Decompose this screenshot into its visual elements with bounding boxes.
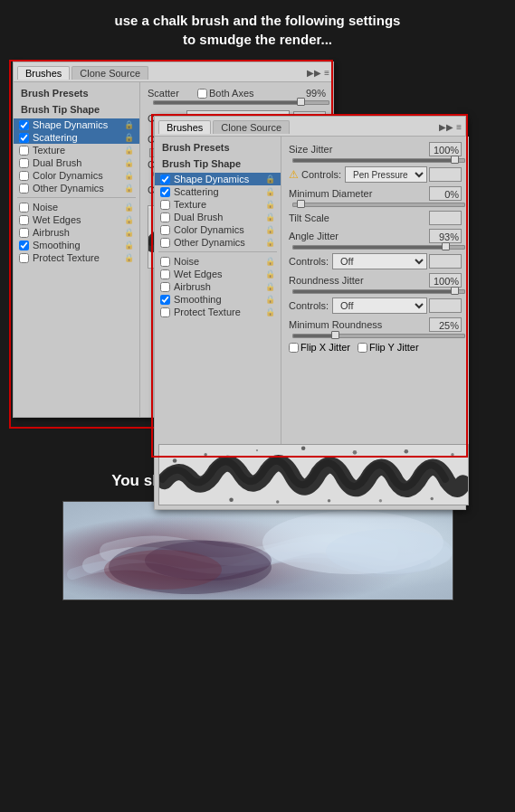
min-diameter-label: Minimum Diameter <box>289 188 372 199</box>
back-sidebar-texture[interactable]: Texture 🔒 <box>14 144 139 156</box>
flip-x-checkbox[interactable] <box>289 343 299 353</box>
svg-point-29 <box>104 550 222 590</box>
back-check-shape[interactable] <box>19 120 29 130</box>
back-sidebar-wet-edges[interactable]: Wet Edges 🔒 <box>14 213 139 226</box>
back-sidebar-other-dynamics[interactable]: Other Dynamics 🔒 <box>14 182 139 194</box>
back-brush-tip-title: Brush Tip Shape <box>14 102 139 117</box>
back-check-texture[interactable] <box>19 146 29 156</box>
back-check-other[interactable] <box>19 184 29 194</box>
angle-jitter-label: Angle Jitter <box>289 231 339 241</box>
svg-point-20 <box>405 449 409 454</box>
flip-x-label: Flip X Jitter <box>300 342 350 353</box>
svg-point-18 <box>353 450 358 455</box>
back-check-scattering[interactable] <box>19 133 29 143</box>
svg-point-15 <box>276 500 279 503</box>
both-axes-checkbox[interactable] <box>197 89 207 99</box>
svg-point-21 <box>431 497 434 500</box>
front-sidebar-noise[interactable]: Noise 🔒 <box>155 255 281 268</box>
front-sidebar-protect-texture[interactable]: Protect Texture 🔒 <box>155 306 281 318</box>
min-diameter-value: 0% <box>444 189 459 200</box>
back-check-protect[interactable] <box>19 253 29 263</box>
front-brush-preview <box>158 444 469 505</box>
scatter-label: Scatter <box>148 88 197 99</box>
front-panel-tab-bar: Brushes Clone Source ▶▶ ≡ <box>155 117 465 137</box>
back-check-smoothing[interactable] <box>19 241 29 250</box>
angle-jitter-value: 93% <box>439 231 459 242</box>
svg-point-14 <box>256 449 258 451</box>
svg-point-13 <box>229 498 234 503</box>
front-tab-clone-source[interactable]: Clone Source <box>213 120 290 134</box>
svg-point-12 <box>204 453 206 456</box>
front-control3-select[interactable]: Off <box>332 297 427 314</box>
svg-point-16 <box>301 447 306 451</box>
front-check-scattering[interactable] <box>160 187 170 197</box>
front-check-other[interactable] <box>160 238 170 248</box>
back-check-airbrush[interactable] <box>19 228 29 238</box>
back-panel-sidebar: Brush Presets Brush Tip Shape Shape Dyna… <box>14 82 140 417</box>
both-axes-label: Both Axes <box>209 88 254 99</box>
size-jitter-label: Size Jitter <box>289 144 332 155</box>
roundness-jitter-value: 100% <box>434 276 459 287</box>
svg-point-31 <box>326 529 453 574</box>
back-check-noise[interactable] <box>19 203 29 212</box>
svg-point-22 <box>451 453 453 456</box>
front-brush-presets-title: Brush Presets <box>155 140 281 155</box>
front-check-texture[interactable] <box>160 200 170 210</box>
front-check-shape[interactable] <box>160 175 170 184</box>
front-brush-tip-title: Brush Tip Shape <box>155 156 281 171</box>
front-sidebar-other-dynamics[interactable]: Other Dynamics 🔒 <box>155 236 281 249</box>
front-control2-label: Controls: <box>289 256 329 267</box>
svg-point-17 <box>328 499 330 502</box>
back-check-wet[interactable] <box>19 215 29 225</box>
back-sidebar-scattering[interactable]: Scattering 🔒 <box>14 131 139 144</box>
front-panel-sidebar: Brush Presets Brush Tip Shape Shape Dyna… <box>155 137 281 444</box>
front-check-smoothing[interactable] <box>160 295 170 305</box>
front-sidebar-wet-edges[interactable]: Wet Edges 🔒 <box>155 268 281 280</box>
tilt-scale-label: Tilt Scale <box>289 212 329 223</box>
front-check-noise[interactable] <box>160 257 170 267</box>
back-tab-brushes[interactable]: Brushes <box>17 66 70 80</box>
back-sidebar-airbrush[interactable]: Airbrush 🔒 <box>14 226 139 239</box>
top-instruction: use a chalk brush and the following sett… <box>0 0 515 58</box>
min-roundness-label: Minimum Roundness <box>289 319 382 330</box>
front-sidebar-shape-dynamics[interactable]: Shape Dynamics 🔒 <box>155 173 281 185</box>
front-sidebar-airbrush[interactable]: Airbrush 🔒 <box>155 280 281 293</box>
scatter-value: 99% <box>306 88 326 99</box>
front-sidebar-color-dynamics[interactable]: Color Dynamics 🔒 <box>155 223 281 236</box>
front-check-wet[interactable] <box>160 269 170 279</box>
back-tab-clone-source[interactable]: Clone Source <box>72 66 148 80</box>
back-check-dual[interactable] <box>19 158 29 168</box>
back-sidebar-dual-brush[interactable]: Dual Brush 🔒 <box>14 156 139 169</box>
front-tab-brushes[interactable]: Brushes <box>158 120 211 134</box>
front-control2-select[interactable]: Off <box>332 253 427 269</box>
back-check-color[interactable] <box>19 171 29 181</box>
flip-y-label: Flip Y Jitter <box>369 342 419 353</box>
back-sidebar-smoothing[interactable]: Smoothing 🔒 <box>14 239 139 251</box>
min-roundness-value: 25% <box>439 320 459 331</box>
svg-point-11 <box>173 458 177 463</box>
back-sidebar-color-dynamics[interactable]: Color Dynamics 🔒 <box>14 169 139 182</box>
front-check-dual[interactable] <box>160 212 170 222</box>
roundness-jitter-label: Roundness Jitter <box>289 275 364 286</box>
back-sidebar-protect-texture[interactable]: Protect Texture 🔒 <box>14 251 139 264</box>
front-check-color[interactable] <box>160 225 170 235</box>
back-panel-tab-bar: Brushes Clone Source ▶▶ ≡ <box>14 62 333 82</box>
front-check-airbrush[interactable] <box>160 282 170 292</box>
warning-icon: ⚠ <box>289 168 299 181</box>
back-sidebar-noise[interactable]: Noise 🔒 <box>14 201 139 213</box>
front-control-select[interactable]: Pen Pressure <box>345 166 427 183</box>
svg-point-19 <box>379 499 382 502</box>
front-control3-label: Controls: <box>289 300 329 311</box>
front-sidebar-dual-brush[interactable]: Dual Brush 🔒 <box>155 211 281 223</box>
front-panel-content: Size Jitter 100% ⚠ Controls: Pen Pressur… <box>281 137 469 444</box>
flip-y-checkbox[interactable] <box>358 343 367 353</box>
back-brush-presets-title: Brush Presets <box>14 86 139 100</box>
back-sidebar-shape-dynamics[interactable]: Shape Dynamics 🔒 <box>14 118 139 131</box>
front-sidebar-texture[interactable]: Texture 🔒 <box>155 198 281 211</box>
size-jitter-value: 100% <box>434 145 459 156</box>
front-sidebar-scattering[interactable]: Scattering 🔒 <box>155 185 281 198</box>
front-check-protect[interactable] <box>160 307 170 317</box>
result-image <box>62 501 453 600</box>
front-sidebar-smoothing[interactable]: Smoothing 🔒 <box>155 293 281 306</box>
front-controls-label: Controls: <box>301 169 341 180</box>
